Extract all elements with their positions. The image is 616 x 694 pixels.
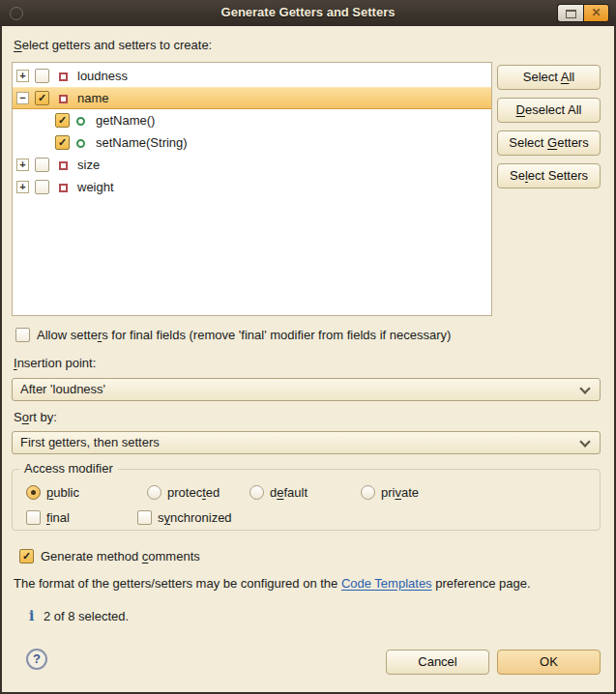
window-controls: ✕ xyxy=(557,4,609,22)
field-icon xyxy=(59,184,68,192)
method-icon xyxy=(76,117,85,126)
expand-icon[interactable]: + xyxy=(16,70,29,82)
select-getters-button[interactable]: Select Getters xyxy=(497,130,601,156)
chevron-down-icon xyxy=(579,383,590,393)
dropdown-value: After 'loudness' xyxy=(20,382,105,396)
tree-item-label: weight xyxy=(77,176,114,198)
close-icon: ✕ xyxy=(591,6,601,19)
field-icon xyxy=(59,72,68,81)
code-templates-link[interactable]: Code Templates xyxy=(341,576,432,591)
checkbox[interactable]: ✓ xyxy=(19,549,34,564)
checkbox[interactable]: ✓ xyxy=(35,69,49,83)
tree-row-setname[interactable]: ✓ setName(String) xyxy=(13,131,491,154)
tree-row-name[interactable]: − ✓ name xyxy=(13,87,491,109)
method-icon xyxy=(76,139,85,148)
status-line: i 2 of 8 selected. xyxy=(29,608,129,624)
checkbox[interactable]: ✓ xyxy=(15,328,30,342)
checkbox[interactable]: ✓ xyxy=(35,158,49,172)
field-icon xyxy=(59,95,68,103)
insertion-point-label: Insertion point: xyxy=(14,356,96,371)
format-note: The format of the getters/setters may be… xyxy=(14,576,531,592)
tree-label: Select getters and setters to create: xyxy=(14,38,212,53)
chevron-down-icon xyxy=(579,436,590,447)
checkbox[interactable]: ✓ xyxy=(35,180,49,194)
insertion-point-dropdown[interactable]: After 'loudness' xyxy=(12,378,601,401)
info-icon: i xyxy=(29,608,34,623)
allow-setters-label: Allow setters for final fields (remove '… xyxy=(37,328,451,343)
cancel-button[interactable]: Cancel xyxy=(386,650,489,675)
collapse-icon[interactable]: − xyxy=(16,92,29,104)
ok-button[interactable]: OK xyxy=(497,650,601,675)
tree-item-label: name xyxy=(77,87,109,109)
checkbox[interactable]: ✓ xyxy=(26,510,41,525)
window-menu-icon[interactable] xyxy=(10,7,23,20)
dialog-content: Select getters and setters to create: + … xyxy=(2,26,614,692)
tree-item-label: getName() xyxy=(96,109,155,131)
question-icon: ? xyxy=(33,651,41,666)
tree-row-loudness[interactable]: + ✓ loudness xyxy=(13,65,491,87)
select-setters-button[interactable]: Select Setters xyxy=(497,163,601,188)
generate-getters-setters-dialog: Generate Getters and Setters ✕ Select ge… xyxy=(0,0,616,694)
tree-item-label: loudness xyxy=(77,65,128,87)
deselect-all-button[interactable]: Deselect All xyxy=(497,98,601,123)
checkbox[interactable]: ✓ xyxy=(55,135,70,150)
checkbox[interactable]: ✓ xyxy=(55,113,70,128)
checkbox[interactable]: ✓ xyxy=(35,91,49,105)
sort-by-dropdown[interactable]: First getters, then setters xyxy=(12,431,601,454)
dropdown-value: First getters, then setters xyxy=(20,435,160,449)
access-modifier-legend: Access modifier xyxy=(19,461,118,477)
select-all-button[interactable]: Select All xyxy=(497,65,601,90)
help-button[interactable]: ? xyxy=(26,649,47,670)
sort-by-label: Sort by: xyxy=(14,410,57,425)
tree-row-getname[interactable]: ✓ getName() xyxy=(13,109,491,131)
maximize-icon xyxy=(566,10,576,18)
window-title: Generate Getters and Setters xyxy=(68,5,548,19)
expand-icon[interactable]: + xyxy=(16,181,29,193)
expand-icon[interactable]: + xyxy=(16,159,29,171)
tree-item-label: size xyxy=(77,154,100,176)
tree-row-size[interactable]: + ✓ size xyxy=(13,154,491,176)
status-text: 2 of 8 selected. xyxy=(44,609,129,623)
tree-row-weight[interactable]: + ✓ weight xyxy=(13,176,491,198)
tree-item-label: setName(String) xyxy=(96,131,188,154)
checkbox[interactable]: ✓ xyxy=(137,510,152,525)
maximize-button[interactable] xyxy=(557,4,583,22)
radio-icon[interactable] xyxy=(147,485,161,500)
radio-icon[interactable] xyxy=(26,485,41,500)
radio-icon[interactable] xyxy=(249,485,264,500)
getter-setter-tree: + ✓ loudness − ✓ name ✓ getName() ✓ setN… xyxy=(12,62,492,316)
titlebar: Generate Getters and Setters ✕ xyxy=(0,0,616,26)
close-button[interactable]: ✕ xyxy=(583,4,609,22)
field-icon xyxy=(59,161,68,170)
radio-icon[interactable] xyxy=(361,485,375,500)
